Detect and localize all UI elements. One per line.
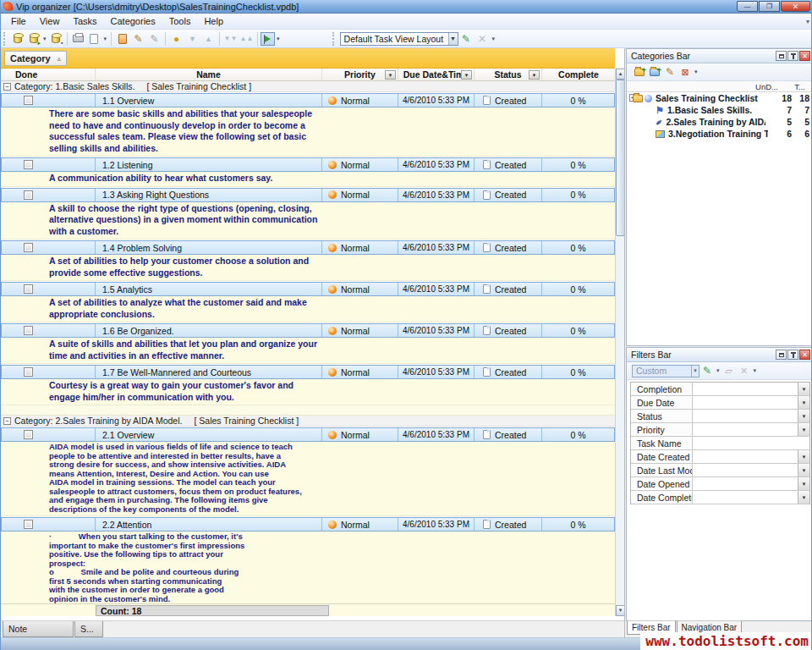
categories-restore-icon[interactable] bbox=[776, 51, 787, 61]
column-header-due[interactable]: Due Date&Time▼ bbox=[398, 69, 475, 80]
column-header-priority[interactable]: Priority▼ bbox=[322, 69, 398, 80]
edit-task-icon[interactable]: ✎ bbox=[130, 31, 146, 47]
apply-filter-icon[interactable]: ✎ bbox=[700, 363, 715, 378]
column-total[interactable]: T... bbox=[794, 82, 805, 91]
toggle-notes-icon[interactable] bbox=[261, 32, 275, 46]
column-undone[interactable]: UnD... bbox=[755, 82, 778, 91]
filter-dropdown-icon[interactable]: ▼ bbox=[798, 477, 809, 490]
task-row[interactable]: 2.2 AttentionNormal4/6/2010 5:33 PMCreat… bbox=[1, 517, 615, 532]
filter-value-field[interactable] bbox=[693, 423, 798, 436]
menu-file[interactable]: File bbox=[4, 14, 33, 28]
task-row[interactable]: 1.6 Be Organized.Normal4/6/2010 5:33 PMC… bbox=[1, 323, 615, 338]
task-checkbox[interactable] bbox=[24, 160, 33, 169]
task-checkbox[interactable] bbox=[24, 430, 33, 439]
new-database-icon[interactable] bbox=[9, 31, 25, 47]
category-tree-item[interactable]: ⚑1.Basic Sales Skills.77 bbox=[627, 104, 812, 116]
tab-note[interactable]: Note bbox=[3, 621, 74, 637]
delete-category-icon[interactable]: ⊠ bbox=[678, 64, 693, 80]
filter-dropdown-icon[interactable]: ▼ bbox=[798, 396, 809, 409]
filters-close-icon[interactable]: ✕ bbox=[799, 350, 810, 360]
category-tree-item[interactable]: −Sales Training Checklist1818 bbox=[627, 92, 812, 104]
apply-filter-dropdown-icon[interactable]: ▾ bbox=[716, 367, 720, 374]
delete-filter-icon[interactable]: ✕ bbox=[737, 363, 752, 378]
print-dropdown-icon[interactable]: ▾ bbox=[104, 36, 107, 42]
new-task-icon[interactable] bbox=[114, 31, 130, 47]
task-checkbox[interactable] bbox=[24, 190, 33, 200]
menu-overflow-icon[interactable]: ▾ bbox=[806, 18, 809, 25]
filter-dropdown-icon[interactable]: ▼ bbox=[798, 410, 809, 422]
task-checkbox[interactable] bbox=[24, 326, 33, 335]
column-header-done[interactable]: Done bbox=[1, 69, 96, 80]
task-row[interactable]: 2.1 OverviewNormal4/6/2010 5:33 PMCreate… bbox=[1, 427, 615, 442]
task-checkbox[interactable] bbox=[24, 96, 33, 105]
due-filter-dropdown-icon[interactable]: ▼ bbox=[461, 70, 472, 80]
menu-help[interactable]: Help bbox=[197, 14, 230, 28]
apply-layout-icon[interactable]: ✎ bbox=[458, 31, 475, 47]
tab-s[interactable]: S... bbox=[74, 621, 103, 637]
task-row[interactable]: 1.3 Asking Right QuestionsNormal4/6/2010… bbox=[1, 188, 615, 202]
priority-filter-dropdown-icon[interactable]: ▼ bbox=[385, 70, 396, 80]
move-up-icon[interactable]: ▲ bbox=[200, 31, 217, 47]
layout-combo-dropdown-icon[interactable]: ▼ bbox=[448, 33, 458, 45]
minimize-button[interactable]: — bbox=[737, 1, 758, 12]
task-row[interactable]: 1.2 ListeningNormal4/6/2010 5:33 PMCreat… bbox=[1, 157, 615, 172]
category-tree-item[interactable]: ✒2.Sales Training by AIDA Mc55 bbox=[627, 116, 812, 128]
edit-category-icon[interactable]: ✎ bbox=[662, 64, 678, 80]
category-group-row[interactable]: −Category: 2.Sales Training by AIDA Mode… bbox=[1, 416, 615, 427]
toolbar-dropdown-icon[interactable]: ▾ bbox=[277, 36, 280, 42]
filter-value-field[interactable] bbox=[693, 464, 798, 476]
task-checkbox[interactable] bbox=[24, 284, 33, 294]
group-by-category-button[interactable]: Category ▵ bbox=[4, 51, 67, 66]
new-subcategory-icon[interactable]: + bbox=[647, 64, 662, 80]
filters-restore-icon[interactable] bbox=[776, 350, 787, 360]
delete-layout-icon[interactable]: ✕ bbox=[475, 31, 491, 47]
filter-dropdown-icon[interactable]: ▼ bbox=[798, 383, 809, 395]
menu-view[interactable]: View bbox=[33, 14, 67, 28]
move-down-icon[interactable]: ▼ bbox=[184, 31, 200, 47]
collapse-icon[interactable]: − bbox=[3, 417, 11, 425]
categories-close-icon[interactable]: ✕ bbox=[799, 51, 810, 61]
task-row[interactable]: 1.5 AnalyticsNormal4/6/2010 5:33 PMCreat… bbox=[1, 282, 615, 296]
menu-tasks[interactable]: Tasks bbox=[66, 14, 103, 28]
filter-value-field[interactable] bbox=[693, 410, 798, 422]
move-to-bottom-icon[interactable]: ▼▼ bbox=[222, 31, 239, 47]
task-checkbox[interactable] bbox=[24, 367, 33, 377]
maximize-button[interactable]: ❐ bbox=[759, 1, 780, 12]
categories-pin-icon[interactable] bbox=[787, 51, 798, 61]
filter-value-field[interactable] bbox=[693, 477, 798, 490]
filter-value-field[interactable] bbox=[693, 491, 798, 504]
filter-dropdown-icon[interactable]: ▼ bbox=[798, 423, 809, 436]
filters-pin-icon[interactable] bbox=[787, 350, 798, 360]
layout-toolbar-gripper[interactable] bbox=[332, 32, 336, 46]
filter-value-field[interactable] bbox=[693, 396, 798, 409]
status-filter-dropdown-icon[interactable]: ▼ bbox=[529, 70, 540, 80]
delete-task-icon[interactable]: ✎ bbox=[146, 31, 162, 47]
category-group-row[interactable]: −Category: 1.Basic Sales Skills.[ Sales … bbox=[1, 81, 615, 92]
save-database-icon[interactable]: ▪ bbox=[48, 31, 64, 47]
open-database-dropdown-icon[interactable]: ▾ bbox=[43, 36, 47, 42]
task-row[interactable]: 1.1 OverviewNormal4/6/2010 5:33 PMCreate… bbox=[1, 93, 615, 107]
filter-dropdown-icon[interactable]: ▼ bbox=[798, 491, 809, 504]
filter-value-field[interactable] bbox=[693, 383, 798, 395]
task-row[interactable]: 1.7 Be Well-Mannered and CourteousNormal… bbox=[1, 365, 615, 379]
filter-value-field[interactable] bbox=[693, 450, 798, 463]
column-header-name[interactable]: Name bbox=[96, 69, 322, 80]
categories-toolbar-dropdown-icon[interactable]: ▾ bbox=[694, 69, 698, 75]
new-category-icon[interactable]: + bbox=[632, 64, 647, 80]
task-checkbox[interactable] bbox=[24, 520, 33, 529]
toolbar-gripper[interactable] bbox=[3, 32, 7, 46]
print-preview-icon[interactable] bbox=[86, 31, 102, 47]
filter-preset-dropdown-icon[interactable]: ▼ bbox=[691, 366, 699, 377]
move-to-top-icon[interactable]: ▲▲ bbox=[239, 31, 255, 47]
print-icon[interactable] bbox=[70, 31, 86, 47]
close-button[interactable]: ✕ bbox=[781, 1, 810, 12]
filter-value-field[interactable] bbox=[693, 437, 809, 449]
layout-overflow-icon[interactable]: ▾ bbox=[492, 36, 496, 42]
menu-tools[interactable]: Tools bbox=[162, 14, 198, 28]
category-tree-item[interactable]: 3.Negotiation Training Tips.66 bbox=[627, 128, 812, 140]
collapse-icon[interactable]: − bbox=[3, 83, 11, 91]
filters-toolbar-dropdown-icon[interactable]: ▾ bbox=[754, 367, 757, 374]
filter-dropdown-icon[interactable]: ▼ bbox=[798, 450, 809, 463]
filter-dropdown-icon[interactable]: ▼ bbox=[798, 464, 809, 476]
column-header-status[interactable]: Status▼ bbox=[475, 69, 542, 80]
